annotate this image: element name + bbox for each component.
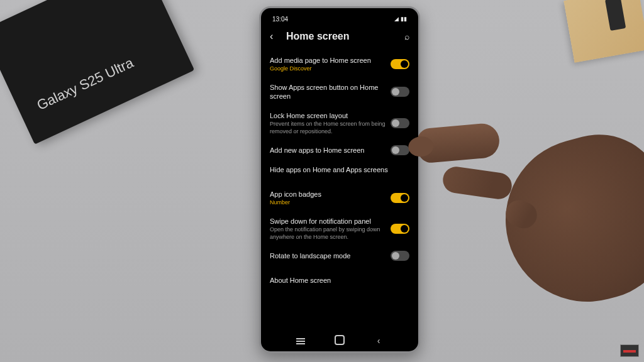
search-icon[interactable]: ⌕ (404, 31, 409, 41)
setting-title: Rotate to landscape mode (270, 251, 386, 260)
toggle-swipe-notif[interactable] (391, 224, 409, 234)
setting-about[interactable]: About Home screen (269, 271, 411, 290)
setting-title: Swipe down for notification panel (270, 217, 386, 226)
setting-apps-button[interactable]: Show Apps screen button on Home screen (269, 78, 411, 106)
setting-subtitle: Google Discover (270, 65, 386, 73)
watermark-logo (620, 344, 639, 357)
status-bar: 13:04 ◢ ▮▮ (269, 13, 411, 25)
nav-recent-icon[interactable] (294, 336, 307, 346)
toggle-apps-button[interactable] (391, 87, 409, 97)
setting-title: Hide apps on Home and Apps screens (270, 165, 409, 174)
toggle-rotate[interactable] (391, 251, 409, 261)
setting-title: Add media page to Home screen (270, 56, 386, 65)
nav-home-icon[interactable] (333, 335, 346, 347)
setting-swipe-notif[interactable]: Swipe down for notification panel Open t… (269, 212, 411, 246)
settings-list[interactable]: Add media page to Home screen Google Dis… (269, 51, 411, 330)
setting-title: Add new apps to Home screen (270, 146, 386, 155)
toggle-icon-badges[interactable] (391, 193, 409, 203)
nav-bar: ‹ (269, 330, 411, 348)
setting-title: Show Apps screen button on Home screen (270, 83, 386, 101)
phone-frame: 13:04 ◢ ▮▮ ‹ Home screen ⌕ Add media pag… (259, 6, 420, 353)
divider (269, 266, 411, 271)
divider (269, 180, 411, 185)
setting-subtitle: Open the notification panel by swiping d… (270, 226, 386, 241)
settings-header: ‹ Home screen ⌕ (269, 25, 411, 51)
toggle-add-new-apps[interactable] (391, 145, 409, 155)
setting-title: About Home screen (270, 276, 409, 285)
setting-title: Lock Home screen layout (270, 111, 386, 120)
setting-subtitle: Number (270, 199, 386, 207)
page-title: Home screen (286, 31, 398, 42)
setting-rotate[interactable]: Rotate to landscape mode (269, 246, 411, 266)
setting-hide-apps[interactable]: Hide apps on Home and Apps screens (269, 160, 411, 179)
toggle-lock-layout[interactable] (391, 118, 409, 128)
nav-back-icon[interactable]: ‹ (372, 336, 385, 346)
setting-lock-layout[interactable]: Lock Home screen layout Prevent items on… (269, 106, 411, 141)
setting-icon-badges[interactable]: App icon badges Number (269, 185, 411, 212)
status-icons: ◢ ▮▮ (394, 16, 407, 22)
status-time: 13:04 (272, 16, 288, 23)
back-icon[interactable]: ‹ (270, 31, 280, 42)
setting-title: App icon badges (270, 190, 386, 199)
setting-media-page[interactable]: Add media page to Home screen Google Dis… (269, 51, 411, 78)
setting-subtitle: Prevent items on the Home screen from be… (270, 121, 386, 135)
phone-screen: 13:04 ◢ ▮▮ ‹ Home screen ⌕ Add media pag… (261, 8, 418, 351)
toggle-media-page[interactable] (391, 59, 409, 69)
setting-add-new-apps[interactable]: Add new apps to Home screen (269, 140, 411, 160)
